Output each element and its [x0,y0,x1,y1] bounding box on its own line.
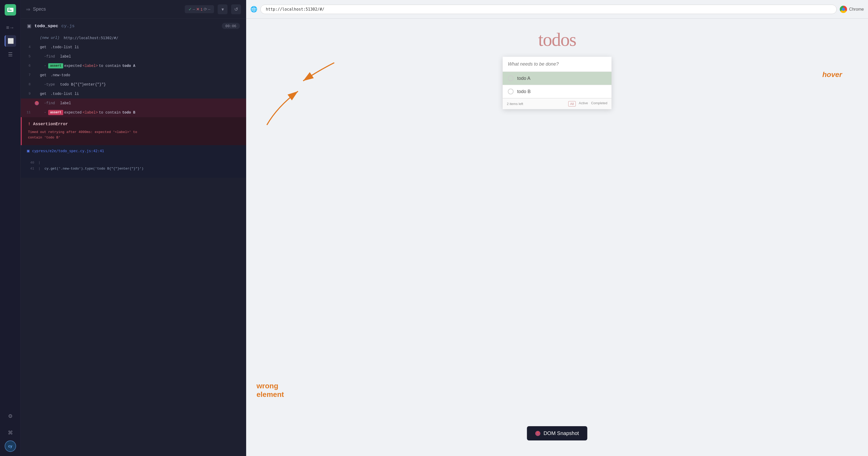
url-bar[interactable]: http://localhost:51302/#/ [260,5,837,14]
sidebar-item-steps[interactable]: ☰ [5,49,16,60]
todo-checkbox-b[interactable] [508,89,514,94]
file-link-block[interactable]: ▣ cypress/e2e/todo_spec.cy.js:42:41 [21,145,246,157]
refresh-button[interactable]: ↺ [231,4,241,14]
sidebar-item-specs[interactable]: ≡→ [5,22,16,33]
main-panel: ⇒ Specs ✓ -- ✕ 1 ⟳ -- ▾ ↺ ▣ todo_spec cy… [21,0,246,456]
chrome-icon [840,6,847,13]
top-bar: ⇒ Specs ✓ -- ✕ 1 ⟳ -- ▾ ↺ [21,0,246,19]
wrong-annotation: wrong element [256,382,284,399]
sidebar-item-shortcut[interactable]: ⌘ [5,427,16,438]
todo-checkbox-a[interactable] [508,75,514,81]
todos-title: todos [538,29,576,51]
cy-label: cy [8,444,12,448]
dropdown-button[interactable]: ▾ [218,4,227,14]
error-bang-icon: ! [28,122,31,126]
spec-name-bold: todo_spec [34,24,58,29]
hover-annotation: hover [823,70,842,79]
globe-icon: 🌐 [250,6,257,13]
code-line-10[interactable]: 📍 -find label [21,98,246,108]
spec-name-ext: cy.js [61,24,74,29]
code-line-11[interactable]: 11 - assert expected <label> to contain … [21,108,246,117]
wrong-line1: wrong [256,382,284,390]
spin-val: -- [208,7,210,11]
test-stats: ✓ -- ✕ 1 ⟳ -- ▾ ↺ [185,4,241,14]
stats-group: ✓ -- ✕ 1 ⟳ -- [185,5,214,13]
filter-all[interactable]: All [568,101,576,107]
code-line-url: (new url) http://localhost:51302/#/ [21,33,246,42]
inspector-icon: ⬜ [7,38,14,44]
specs-nav: ⇒ Specs [26,6,46,12]
todo-text-a: todo A [517,76,530,81]
filter-completed[interactable]: Completed [591,101,607,107]
dom-snapshot-pin-icon: 📍 [535,431,540,436]
chevron-down-icon: ▾ [221,6,224,12]
settings-icon: ⚙ [8,413,13,419]
check-val: -- [193,7,195,11]
dom-snapshot-label: DOM Snapshot [544,430,579,436]
spin-icon: ⟳ [204,7,207,12]
todo-count: 2 items left [507,102,568,106]
specs-label: Specs [33,6,46,12]
error-message: Timed out retrying after 4000ms: expecte… [28,130,240,141]
snippet-line-40: 40 | [27,160,240,166]
cypress-badge[interactable]: cy [5,440,16,452]
hover-label: hover [823,70,842,79]
todo-item-a: todo A [503,72,612,85]
todo-app: todo A todo B 2 items left All Active Co… [503,57,612,109]
file-link-path: cypress/e2e/todo_spec.cy.js:42:41 [32,149,104,153]
x-val: 1 [200,7,203,11]
chrome-logo: Chrome [840,6,864,13]
code-line-5[interactable]: 5 -find label [21,52,246,61]
wrong-line2: element [256,390,284,399]
check-icon: ✓ [188,7,192,12]
code-line-7[interactable]: 7 get .new-todo [21,70,246,80]
browser-bar: 🌐 http://localhost:51302/#/ Chrome [246,0,868,19]
code-panel[interactable]: (new url) http://localhost:51302/#/ 4 ge… [21,33,246,456]
file-link-icon: ▣ [27,148,30,153]
steps-icon: ☰ [8,51,13,58]
todo-footer: 2 items left All Active Completed [503,98,612,109]
filter-active[interactable]: Active [579,101,588,107]
browser-panel: 🌐 http://localhost:51302/#/ Chrome todos… [246,0,868,456]
sidebar-item-inspector[interactable]: ⬜ [5,35,16,47]
sidebar-logo[interactable] [5,4,16,16]
spec-file-icon: ▣ [27,23,31,29]
sidebar: ≡→ ⬜ ☰ ⚙ ⌘ cy [0,0,21,456]
assert-badge-ok: assert [48,63,63,68]
dom-snapshot-button[interactable]: 📍 DOM Snapshot [527,426,587,440]
error-title: ! AssertionError [28,122,240,126]
error-pin-icon: 📍 [35,101,39,105]
todo-text-b: todo B [517,89,531,94]
snippet-line-41: 41 | cy.get('.new-todo').type('todo B{"{… [27,166,240,172]
chrome-label: Chrome [849,7,864,12]
todo-filters: All Active Completed [568,101,607,107]
spec-header: ▣ todo_spec cy.js 00:06 [21,19,246,33]
code-snippet: 40 | 41 | cy.get('.new-todo').type('todo… [21,157,246,178]
refresh-icon: ↺ [234,6,238,12]
shortcut-icon: ⌘ [8,430,13,436]
assert-badge-error: assert [48,110,63,115]
nav-arrow-icon: ⇒ [26,6,30,12]
code-line-8[interactable]: 8 -type todo B{"{"}enter{"}"} [21,80,246,89]
annotation-arrows [246,55,350,133]
logo-icon [7,8,13,12]
specs-icon: ≡→ [6,25,14,31]
error-title-text: AssertionError [33,122,68,126]
todo-input[interactable] [503,57,612,72]
app-content: todos todo A todo B 2 items left All Act… [246,19,868,456]
todo-item-b: todo B [503,85,612,98]
code-line-9[interactable]: 9 get .todo-list li [21,89,246,98]
spec-timer: 00:06 [222,23,240,29]
error-block: ! AssertionError Timed out retrying afte… [21,117,246,145]
code-line-6[interactable]: 6 - assert expected <label> to contain t… [21,61,246,70]
x-icon: ✕ [196,7,199,12]
sidebar-item-settings[interactable]: ⚙ [5,411,16,422]
code-line-4[interactable]: 4 get .todo-list li [21,42,246,52]
